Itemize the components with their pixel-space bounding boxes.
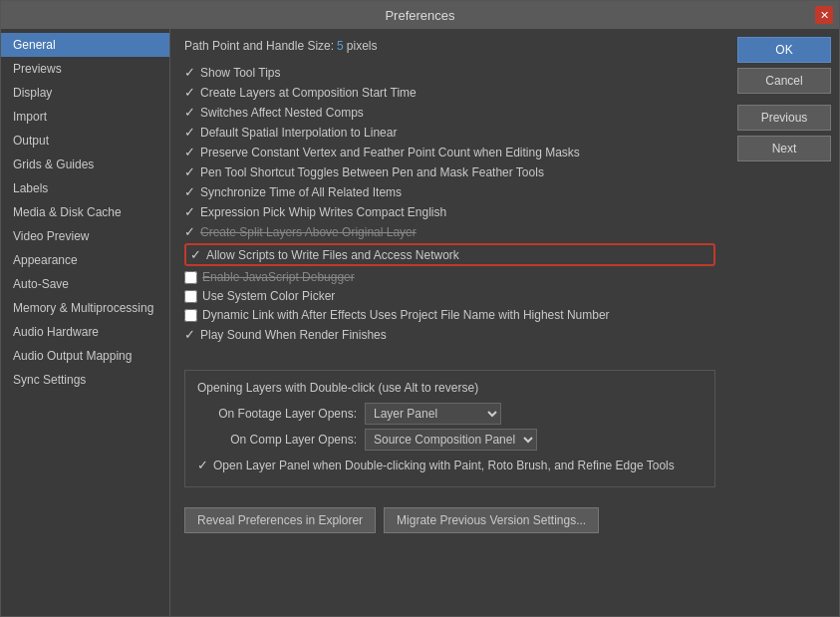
next-button[interactable]: Next bbox=[737, 136, 831, 161]
checkbox-row-play-sound: ✓Play Sound When Render Finishes bbox=[184, 326, 715, 343]
checkbox-row-switches-nested: ✓Switches Affect Nested Comps bbox=[184, 104, 715, 121]
title-bar: Preferences ✕ bbox=[1, 1, 839, 29]
sidebar-item-import[interactable]: Import bbox=[1, 105, 169, 129]
checkbox-row-synchronize-time: ✓Synchronize Time of All Related Items bbox=[184, 183, 715, 200]
sidebar-item-display[interactable]: Display bbox=[1, 81, 169, 105]
sidebar-item-memory[interactable]: Memory & Multiprocessing bbox=[1, 296, 169, 320]
check-icon-switches-nested: ✓ bbox=[184, 105, 195, 120]
check-icon-default-spatial: ✓ bbox=[184, 125, 195, 140]
checkbox-label-enable-javascript: Enable JavaScript Debugger bbox=[202, 270, 355, 284]
sidebar-item-auto-save[interactable]: Auto-Save bbox=[1, 272, 169, 296]
checkbox-label-show-tool-tips: Show Tool Tips bbox=[200, 66, 281, 80]
sidebar-item-previews[interactable]: Previews bbox=[1, 57, 169, 81]
bottom-buttons: Reveal Preferences in Explorer Migrate P… bbox=[184, 499, 715, 533]
checkbox-label-default-spatial: Default Spatial Interpolation to Linear bbox=[200, 126, 397, 140]
check-icon-expression-pick: ✓ bbox=[184, 204, 195, 219]
check-icon-pen-tool: ✓ bbox=[184, 164, 195, 179]
checkbox-label-play-sound: Play Sound When Render Finishes bbox=[200, 328, 387, 342]
checkbox-row-preserve-constant: ✓Preserve Constant Vertex and Feather Po… bbox=[184, 144, 715, 160]
sidebar: GeneralPreviewsDisplayImportOutputGrids … bbox=[1, 29, 170, 616]
checkbox-row-pen-tool: ✓Pen Tool Shortcut Toggles Between Pen a… bbox=[184, 163, 715, 180]
sidebar-item-audio-hardware[interactable]: Audio Hardware bbox=[1, 320, 169, 344]
checkbox-label-preserve-constant: Preserve Constant Vertex and Feather Poi… bbox=[200, 146, 580, 159]
checkbox-label-synchronize-time: Synchronize Time of All Related Items bbox=[200, 185, 402, 199]
checkbox-row-allow-scripts: ✓Allow Scripts to Write Files and Access… bbox=[184, 243, 715, 266]
footage-layer-label: On Footage Layer Opens: bbox=[197, 407, 357, 421]
paint-checkbox-row: ✓ Open Layer Panel when Double-clicking … bbox=[197, 457, 702, 473]
footage-layer-select[interactable]: Layer PanelComposition ViewerFlowchart bbox=[365, 403, 501, 425]
sidebar-item-output[interactable]: Output bbox=[1, 129, 169, 153]
ok-button[interactable]: OK bbox=[737, 37, 831, 63]
checkbox-row-expression-pick: ✓Expression Pick Whip Writes Compact Eng… bbox=[184, 203, 715, 220]
checkbox-row-use-system-color: Use System Color Picker bbox=[184, 288, 715, 304]
migrate-settings-button[interactable]: Migrate Previous Version Settings... bbox=[384, 507, 599, 533]
reveal-preferences-button[interactable]: Reveal Preferences in Explorer bbox=[184, 507, 376, 533]
checkbox-label-create-layers: Create Layers at Composition Start Time bbox=[200, 86, 417, 100]
sidebar-item-labels[interactable]: Labels bbox=[1, 176, 169, 200]
sidebar-item-appearance[interactable]: Appearance bbox=[1, 248, 169, 272]
check-icon-show-tool-tips: ✓ bbox=[184, 65, 195, 80]
comp-layer-select[interactable]: Source Composition PanelFlowchartLayer P… bbox=[365, 429, 537, 451]
check-icon-create-split: ✓ bbox=[184, 224, 195, 239]
check-icon-allow-scripts: ✓ bbox=[190, 247, 201, 262]
right-panel: OK Cancel Previous Next bbox=[729, 29, 839, 616]
dialog-title: Preferences bbox=[385, 8, 454, 23]
check-icon-create-layers: ✓ bbox=[184, 85, 195, 100]
path-point-row: Path Point and Handle Size: 5 pixels bbox=[184, 39, 715, 53]
path-point-unit: pixels bbox=[347, 39, 378, 53]
check-icon-synchronize-time: ✓ bbox=[184, 184, 195, 199]
checkbox-input-enable-javascript[interactable] bbox=[184, 271, 197, 284]
sidebar-item-media-disk-cache[interactable]: Media & Disk Cache bbox=[1, 200, 169, 224]
checkbox-row-create-split: ✓Create Split Layers Above Original Laye… bbox=[184, 223, 715, 240]
previous-button[interactable]: Previous bbox=[737, 105, 831, 131]
checkbox-row-enable-javascript: Enable JavaScript Debugger bbox=[184, 269, 715, 285]
check-icon-preserve-constant: ✓ bbox=[184, 145, 195, 159]
comp-layer-label: On Comp Layer Opens: bbox=[197, 433, 357, 447]
checkbox-label-create-split: Create Split Layers Above Original Layer bbox=[200, 225, 417, 239]
path-point-label: Path Point and Handle Size: bbox=[184, 39, 334, 53]
sidebar-item-video-preview[interactable]: Video Preview bbox=[1, 224, 169, 248]
opening-layers-section: Opening Layers with Double-click (use Al… bbox=[184, 370, 715, 487]
sidebar-item-audio-output[interactable]: Audio Output Mapping bbox=[1, 344, 169, 368]
close-button[interactable]: ✕ bbox=[815, 6, 833, 24]
checkbox-label-expression-pick: Expression Pick Whip Writes Compact Engl… bbox=[200, 205, 446, 219]
checkbox-row-create-layers: ✓Create Layers at Composition Start Time bbox=[184, 84, 715, 101]
sidebar-item-grids-guides[interactable]: Grids & Guides bbox=[1, 153, 169, 176]
checkbox-row-show-tool-tips: ✓Show Tool Tips bbox=[184, 64, 715, 81]
comp-layer-row: On Comp Layer Opens: Source Composition … bbox=[197, 429, 702, 451]
paint-check-icon: ✓ bbox=[197, 458, 208, 472]
checkboxes-container: ✓Show Tool Tips✓Create Layers at Composi… bbox=[184, 61, 715, 346]
checkbox-input-use-system-color[interactable] bbox=[184, 290, 197, 303]
checkbox-label-pen-tool: Pen Tool Shortcut Toggles Between Pen an… bbox=[200, 165, 544, 179]
sidebar-item-general[interactable]: General bbox=[1, 33, 169, 57]
paint-check-label: Open Layer Panel when Double-clicking wi… bbox=[213, 459, 675, 472]
checkbox-input-dynamic-link[interactable] bbox=[184, 309, 197, 322]
footage-layer-row: On Footage Layer Opens: Layer PanelCompo… bbox=[197, 403, 702, 425]
cancel-button[interactable]: Cancel bbox=[737, 68, 831, 94]
preferences-dialog: Preferences ✕ GeneralPreviewsDisplayImpo… bbox=[0, 0, 840, 617]
opening-layers-title: Opening Layers with Double-click (use Al… bbox=[197, 381, 702, 395]
checkbox-label-dynamic-link: Dynamic Link with After Effects Uses Pro… bbox=[202, 308, 610, 322]
checkbox-label-allow-scripts: Allow Scripts to Write Files and Access … bbox=[206, 248, 459, 262]
check-icon-play-sound: ✓ bbox=[184, 327, 195, 342]
main-panel: Path Point and Handle Size: 5 pixels ✓Sh… bbox=[170, 29, 729, 616]
sidebar-item-sync-settings[interactable]: Sync Settings bbox=[1, 368, 169, 392]
path-point-value: 5 bbox=[337, 39, 344, 53]
checkbox-row-dynamic-link: Dynamic Link with After Effects Uses Pro… bbox=[184, 307, 715, 323]
checkbox-row-default-spatial: ✓Default Spatial Interpolation to Linear bbox=[184, 124, 715, 141]
content-area: GeneralPreviewsDisplayImportOutputGrids … bbox=[1, 29, 839, 616]
checkbox-label-switches-nested: Switches Affect Nested Comps bbox=[200, 106, 364, 120]
checkbox-label-use-system-color: Use System Color Picker bbox=[202, 289, 335, 303]
